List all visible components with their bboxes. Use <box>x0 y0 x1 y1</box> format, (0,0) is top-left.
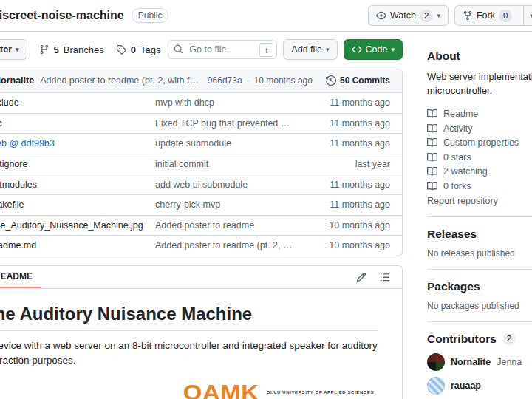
packages-heading[interactable]: Packages <box>427 280 532 293</box>
file-commit-message[interactable]: mvp with dhcp <box>155 98 301 108</box>
code-button[interactable]: Code ▾ <box>344 39 403 60</box>
sidebar-link-icon <box>427 109 437 119</box>
releases-heading[interactable]: Releases <box>427 228 532 241</box>
chevron-down-icon: ▾ <box>16 47 19 53</box>
file-commit-time: 11 months ago <box>301 200 390 210</box>
main-column: master ▾ 5 Branches <box>0 32 403 399</box>
file-name-link[interactable]: include <box>0 98 19 108</box>
file-row[interactable]: include mvp with dhcp 11 months ago <box>0 92 402 113</box>
fork-button[interactable]: Fork 0 ▾ <box>454 5 532 26</box>
commits-link[interactable]: 50 Commits <box>326 75 390 86</box>
file-name-link[interactable]: .gitignore <box>0 159 27 169</box>
commit-message[interactable]: Added poster to readme (pt. 2, with forg… <box>40 75 200 86</box>
file-commit-message[interactable]: update submodule <box>155 138 301 149</box>
github-repo-page: discreet-noise-machine Public Watch 2 ▾ … <box>0 0 532 399</box>
goto-file-shortcut: t <box>259 43 273 57</box>
search-icon <box>174 44 183 54</box>
fork-button-main[interactable]: Fork 0 <box>455 6 519 25</box>
poster-image[interactable]: OAMK OULU UNIVERSITY OF APPLIED SCIENCES… <box>0 380 378 399</box>
releases-section: Releases No releases published <box>427 216 532 269</box>
branch-selector[interactable]: master ▾ <box>0 39 27 60</box>
fork-label: Fork <box>477 10 495 21</box>
branches-link[interactable]: 5 Branches <box>39 44 104 55</box>
file-commit-time: last year <box>301 159 390 169</box>
watch-button[interactable]: Watch 2 ▾ <box>368 5 449 26</box>
sidebar-link-label: 0 stars <box>443 152 471 163</box>
code-icon <box>352 44 362 55</box>
avatar <box>427 377 445 395</box>
file-commit-time: 10 months ago <box>301 220 390 231</box>
sidebar-link[interactable]: Activity <box>427 121 532 136</box>
contributors-count: 2 <box>502 332 516 345</box>
files-card: Nornalite Added poster to readme (pt. 2,… <box>0 69 403 256</box>
sidebar: About Web server implementation on an 8-… <box>427 32 532 399</box>
file-row[interactable]: readme.md Added poster to readme (pt. 2,… <box>0 235 402 256</box>
visibility-badge: Public <box>132 8 169 23</box>
file-commit-time: 11 months ago <box>301 180 390 190</box>
file-name-link[interactable]: .gitmodules <box>0 180 37 190</box>
sidebar-link-icon <box>427 137 437 148</box>
contributors-heading[interactable]: Contributors 2 <box>427 332 532 346</box>
chevron-down-icon: ▾ <box>326 47 330 53</box>
add-file-label: Add file <box>291 44 322 55</box>
readme-title: The Auditory Nuisance Machine <box>0 304 378 331</box>
repo-title[interactable]: discreet-noise-machine <box>0 9 124 22</box>
tab-readme[interactable]: README <box>0 266 41 288</box>
sidebar-link-label: 2 watching <box>443 166 488 177</box>
file-row[interactable]: web @ ddf99b3 update submodule 11 months… <box>0 133 402 154</box>
sidebar-link[interactable]: 0 stars <box>427 150 532 165</box>
contributor-row[interactable]: rauaap <box>427 377 532 395</box>
outline-list-icon[interactable] <box>380 272 390 282</box>
file-row[interactable]: src Fixed TCP bug that prevented sound f… <box>0 113 402 134</box>
file-commit-message[interactable]: initial commit <box>155 159 301 169</box>
file-commit-time: 11 months ago <box>301 98 390 108</box>
packages-empty-note: No packages published <box>427 301 532 311</box>
sidebar-link-icon <box>427 152 437 163</box>
contributor-name[interactable]: Nornalite <box>451 357 491 367</box>
commit-time: 10 months ago <box>254 75 313 86</box>
file-name-link[interactable]: The_Auditory_Nuisance_Machine.jpg <box>0 220 143 231</box>
file-commit-message[interactable]: Fixed TCP bug that prevented sound from … <box>155 118 301 129</box>
file-name-link[interactable]: web @ ddf99b3 <box>0 138 55 149</box>
pencil-icon[interactable] <box>356 272 366 282</box>
repo-toolbar: master ▾ 5 Branches <box>0 38 403 61</box>
contributor-row[interactable]: Nornalite Jenna <box>427 353 532 371</box>
file-commit-message[interactable]: Added poster to readme <box>155 220 301 231</box>
sidebar-link-label: Readme <box>443 109 478 119</box>
about-section: About Web server implementation on an 8-… <box>427 39 532 216</box>
contributor-name[interactable]: rauaap <box>451 381 481 391</box>
branch-icon <box>39 44 50 55</box>
sidebar-link-label: 0 forks <box>443 181 471 191</box>
sidebar-link[interactable]: 0 forks <box>427 179 532 194</box>
sidebar-link-icon <box>427 166 437 177</box>
sidebar-link-label: Custom properties <box>443 137 519 148</box>
file-commit-message[interactable]: add web ui submodule <box>155 180 301 190</box>
contributor-detail: Jenna <box>497 357 522 367</box>
sidebar-link[interactable]: Readme <box>427 107 532 122</box>
sidebar-link[interactable]: Custom properties <box>427 136 532 151</box>
latest-commit-bar: Nornalite Added poster to readme (pt. 2,… <box>0 69 402 92</box>
file-commit-message[interactable]: Added poster to readme (pt. 2, with forg… <box>155 240 301 250</box>
file-name-link[interactable]: readme.md <box>0 240 36 250</box>
fork-dropdown[interactable]: ▾ <box>523 6 532 25</box>
commit-sha[interactable]: 966d73a <box>208 75 242 86</box>
file-row[interactable]: .gitignore initial commit last year <box>0 154 402 174</box>
sidebar-link[interactable]: 2 watching <box>427 165 532 180</box>
tag-icon <box>116 44 126 55</box>
report-repository-link[interactable]: Report repository <box>427 196 498 206</box>
file-row[interactable]: Makefile cherry-pick mvp 11 months ago <box>0 194 402 215</box>
about-description: Web server implementation on an 8-bit AV… <box>427 70 532 98</box>
chevron-down-icon: ▾ <box>391 47 395 53</box>
readme-tabbar: README <box>0 266 402 289</box>
file-row[interactable]: .gitmodules add web ui submodule 11 mont… <box>0 174 402 194</box>
tags-link[interactable]: 0 Tags <box>116 44 161 55</box>
releases-empty-note: No releases published <box>427 248 532 259</box>
file-row[interactable]: The_Auditory_Nuisance_Machine.jpg Added … <box>0 215 402 236</box>
commit-author[interactable]: Nornalite <box>0 75 34 86</box>
contributors-section: Contributors 2 Nornalite Jenna rauaap <box>427 321 532 399</box>
goto-file-wrap: t <box>168 40 277 59</box>
add-file-button[interactable]: Add file ▾ <box>283 39 337 60</box>
file-name-link[interactable]: src <box>0 118 2 129</box>
file-commit-message[interactable]: cherry-pick mvp <box>155 200 301 210</box>
file-name-link[interactable]: Makefile <box>0 200 24 210</box>
